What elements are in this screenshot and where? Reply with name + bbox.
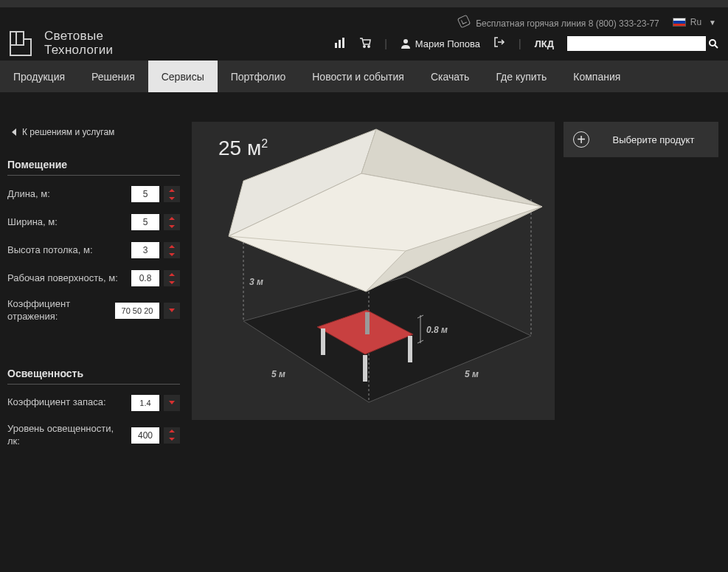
logo-icon (7, 29, 37, 58)
section-room: Помещение (7, 159, 180, 170)
nav-item[interactable]: Портфолио (218, 61, 299, 92)
surface-down[interactable] (164, 278, 180, 286)
logout-icon[interactable] (493, 36, 505, 51)
width-down[interactable] (164, 222, 180, 230)
chevron-down-icon: ▼ (709, 18, 716, 27)
width-label: Ширина, м: (7, 216, 127, 229)
dim-width: 5 м (465, 369, 479, 379)
logo-text-2: Технологии (44, 44, 113, 58)
plus-icon: + (573, 131, 589, 148)
dim-height: 3 м (249, 277, 263, 287)
svg-rect-15 (365, 312, 370, 334)
nav-item[interactable]: Новости и события (299, 61, 417, 92)
nav-item[interactable]: Продукция (0, 61, 78, 92)
nav-item[interactable]: Скачать (417, 61, 483, 92)
level-label: Уровень освещенности, лк: (7, 423, 127, 448)
surface-up[interactable] (164, 270, 180, 278)
cart-icon[interactable] (359, 38, 371, 50)
height-down[interactable] (164, 250, 180, 258)
search-icon (708, 38, 718, 49)
level-input[interactable] (131, 427, 159, 444)
length-up[interactable] (164, 186, 180, 194)
height-up[interactable] (164, 242, 180, 250)
product-select-label: Выберите продукт (599, 134, 718, 145)
user-block[interactable]: Мария Попова (401, 38, 480, 49)
level-up[interactable] (164, 427, 180, 435)
dim-surface: 0.8 м (426, 325, 448, 335)
divider: | (519, 38, 521, 49)
search-input[interactable] (567, 36, 706, 51)
search-box (567, 36, 721, 51)
lkd-link[interactable]: ЛКД (535, 38, 554, 49)
nav-item[interactable]: Где купить (482, 61, 560, 92)
svg-point-4 (368, 45, 370, 46)
hotline-text: Бесплатная горячая линия 8 (800) 333-23-… (476, 18, 659, 29)
svg-rect-0 (335, 43, 337, 48)
svg-rect-2 (342, 38, 344, 48)
height-input[interactable] (131, 242, 159, 258)
product-select-button[interactable]: + Выберите продукт (564, 122, 718, 157)
stats-icon[interactable] (334, 38, 346, 50)
svg-point-3 (364, 45, 365, 46)
length-input[interactable] (131, 186, 159, 202)
user-name: Мария Попова (415, 38, 480, 49)
room-visualization: 25 м2 (192, 122, 555, 420)
user-icon (401, 38, 411, 49)
length-label: Длина, м: (7, 188, 127, 201)
surface-label: Рабочая поверхность, м: (7, 272, 127, 285)
language-selector[interactable]: Ru ▼ (673, 17, 716, 27)
reflect-dropdown-button[interactable] (164, 303, 180, 319)
search-button[interactable] (706, 36, 721, 51)
reflect-select[interactable]: 70 50 20 (115, 303, 159, 319)
nav-item[interactable]: Сервисы (148, 61, 218, 92)
nav-item[interactable]: Компания (560, 61, 634, 92)
phone-icon (457, 14, 471, 28)
reserve-dropdown-button[interactable] (164, 395, 180, 411)
svg-point-5 (403, 39, 408, 44)
reserve-select[interactable]: 1.4 (131, 395, 159, 411)
svg-point-6 (710, 40, 715, 46)
svg-rect-14 (408, 336, 412, 362)
chevron-left-icon (12, 128, 16, 136)
logo[interactable]: Световые Технологии (7, 29, 113, 58)
logo-text-1: Световые (44, 30, 113, 44)
hotline: Бесплатная горячая линия 8 (800) 333-23-… (459, 16, 659, 29)
width-up[interactable] (164, 214, 180, 222)
reflect-label: Коэффициент отражения: (7, 298, 111, 323)
svg-rect-13 (363, 355, 367, 382)
surface-input[interactable] (131, 270, 159, 286)
back-link[interactable]: К решениям и услугам (12, 127, 114, 137)
length-down[interactable] (164, 194, 180, 202)
language-label: Ru (690, 17, 701, 27)
width-input[interactable] (131, 214, 159, 230)
dim-length: 5 м (271, 369, 285, 379)
nav-item[interactable]: Решения (78, 61, 148, 92)
reserve-label: Коэффициент запаса: (7, 396, 127, 409)
section-light: Освещенность (7, 368, 180, 379)
svg-rect-1 (339, 40, 341, 48)
height-label: Высота потолка, м: (7, 244, 127, 257)
divider: | (384, 38, 387, 49)
level-down[interactable] (164, 435, 180, 444)
back-link-label: К решениям и услугам (22, 127, 114, 137)
flag-icon (673, 18, 686, 27)
svg-rect-12 (321, 328, 325, 355)
